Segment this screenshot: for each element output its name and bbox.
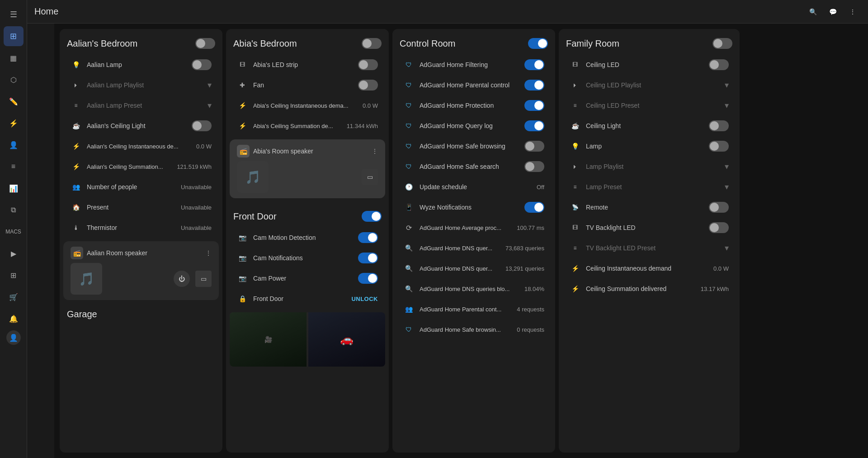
toggle-aalians-ceiling-light[interactable] xyxy=(192,120,212,131)
list-item[interactable]: 🎞 TV Backlight LED xyxy=(562,218,736,238)
list-item[interactable]: 📡 Remote xyxy=(562,197,736,217)
toggle-tv-backlight[interactable] xyxy=(709,222,729,233)
list-item[interactable]: 🏠 Present Unavailable xyxy=(63,197,219,217)
cast-button[interactable]: ▭ xyxy=(195,271,212,287)
sidebar-item-dashboard[interactable]: ⊞ xyxy=(4,26,24,46)
list-item[interactable]: 🛡 AdGuard Home Safe search xyxy=(396,157,552,177)
chevron-down-icon: ▾ xyxy=(725,182,729,192)
toggle-control-room[interactable] xyxy=(528,38,548,49)
list-item[interactable]: ⚡ Abia's Ceiling Summation de... 11.344 … xyxy=(230,116,385,136)
sidebar-item-chart[interactable]: 📊 xyxy=(4,178,24,198)
sidebar-item-bell[interactable]: 🔔 xyxy=(4,309,24,329)
sidebar-item-store[interactable]: 🛒 xyxy=(4,287,24,307)
list-item[interactable]: 🛡 AdGuard Home Query log xyxy=(396,116,552,136)
sidebar-item-avatar[interactable]: 👤 xyxy=(6,330,21,345)
toggle-adguard-safesearch[interactable] xyxy=(524,161,544,172)
list-item[interactable]: 🔍 AdGuard Home DNS queries blo... 18.04% xyxy=(396,279,552,299)
list-item[interactable]: 🔒 Front Door UNLOCK xyxy=(230,289,385,309)
device-name: Ceiling LED Playlist xyxy=(586,81,719,89)
list-item[interactable]: 🎞 Abia's LED strip xyxy=(230,55,385,75)
sidebar-item-list[interactable]: ≡ xyxy=(4,157,24,177)
sidebar-item-grid[interactable]: ⊞ xyxy=(4,265,24,285)
toggle-cam-power[interactable] xyxy=(358,273,378,284)
list-item[interactable]: 👥 Number of people Unavailable xyxy=(63,177,219,197)
shield-icon: 🛡 xyxy=(403,324,414,335)
list-item[interactable]: ☕ Ceiling Light xyxy=(562,116,736,136)
toggle-adguard-filtering[interactable] xyxy=(524,59,544,70)
speaker-body: 🎵 ⏻ ▭ xyxy=(71,263,212,295)
sidebar-item-edit[interactable]: ✏️ xyxy=(4,91,24,111)
list-item[interactable]: 📷 Cam Motion Detection xyxy=(230,228,385,248)
toggle-cam-motion[interactable] xyxy=(358,232,378,243)
list-item[interactable]: ⏵ Aalian Lamp Playlist ▾ xyxy=(63,75,219,95)
list-item[interactable]: 🔍 AdGuard Home DNS quer... 13,291 querie… xyxy=(396,258,552,278)
list-item[interactable]: ☕ Aalian's Ceiling Light xyxy=(63,116,219,136)
toggle-aalian-lamp[interactable] xyxy=(192,59,212,70)
toggle-family-room[interactable] xyxy=(712,38,732,49)
sidebar-item-play[interactable]: ▶ xyxy=(4,243,24,263)
toggle-front-door[interactable] xyxy=(362,211,382,222)
toggle-adguard-protection[interactable] xyxy=(524,100,544,111)
list-item[interactable]: ⚡ Ceiling Instantaneous demand 0.0 W xyxy=(562,258,736,278)
toggle-remote[interactable] xyxy=(709,202,729,213)
device-name: Thermistor xyxy=(87,224,175,231)
toggle-ceiling-light[interactable] xyxy=(709,120,729,131)
list-item[interactable]: ⚡ Aalian's Ceiling Instantaneous de... 0… xyxy=(63,136,219,156)
toggle-cam-notifications[interactable] xyxy=(358,253,378,263)
list-item[interactable]: 🎞 Ceiling LED xyxy=(562,55,736,75)
sidebar-item-person[interactable]: 👤 xyxy=(4,135,24,155)
list-item[interactable]: 👥 AdGuard Home Parental cont... 4 reques… xyxy=(396,299,552,319)
list-item[interactable]: 🛡 AdGuard Home Safe browsing xyxy=(396,136,552,156)
more-icon[interactable]: ⋮ xyxy=(844,4,861,20)
device-name: Ceiling Summation delivered xyxy=(586,285,695,292)
list-item[interactable]: ≡ Aalian Lamp Preset ▾ xyxy=(63,95,219,115)
list-item[interactable]: 🛡 AdGuard Home Filtering xyxy=(396,55,552,75)
more-options-icon[interactable]: ⋮ xyxy=(372,148,378,155)
sidebar-item-entity[interactable]: ⬡ xyxy=(4,70,24,90)
search-icon[interactable]: 🔍 xyxy=(805,4,821,20)
sidebar-item-widgets[interactable]: ▦ xyxy=(4,48,24,68)
list-item[interactable]: ≡ Lamp Preset ▾ xyxy=(562,177,736,197)
list-item[interactable]: ≡ TV Backlight LED Preset ▾ xyxy=(562,238,736,258)
speaker-controls: ⏻ ▭ xyxy=(174,271,212,287)
list-item[interactable]: 💡 Lamp xyxy=(562,136,736,156)
toggle-aalians-bedroom[interactable] xyxy=(195,38,215,49)
chat-icon[interactable]: 💬 xyxy=(825,4,841,20)
list-item[interactable]: ⟳ AdGuard Home Average proc... 100.77 ms xyxy=(396,218,552,238)
sidebar-item-lightning[interactable]: ⚡ xyxy=(4,113,24,133)
toggle-adguard-safebrowsing[interactable] xyxy=(524,141,544,152)
list-item[interactable]: ≡ Ceiling LED Preset ▾ xyxy=(562,95,736,115)
more-options-icon[interactable]: ⋮ xyxy=(205,249,212,257)
toggle-adguard-parental[interactable] xyxy=(524,80,544,91)
toggle-wyze-notifications[interactable] xyxy=(524,202,544,213)
list-item[interactable]: 📱 Wyze Notifications xyxy=(396,197,552,217)
list-item[interactable]: 🛡 AdGuard Home Protection xyxy=(396,95,552,115)
sidebar-item-layers[interactable]: ⧉ xyxy=(4,200,24,220)
toggle-fan[interactable] xyxy=(358,80,378,91)
list-item[interactable]: 🌡 Thermistor Unavailable xyxy=(63,218,219,238)
power-button[interactable]: ⏻ xyxy=(174,271,190,287)
toggle-adguard-querylog[interactable] xyxy=(524,120,544,131)
list-item[interactable]: 🛡 AdGuard Home Safe browsin... 0 request… xyxy=(396,320,552,339)
toggle-ceiling-led[interactable] xyxy=(709,59,729,70)
unlock-button[interactable]: UNLOCK xyxy=(351,296,378,302)
album-art-abia: 🎵 xyxy=(237,161,269,193)
toggle-abias-led[interactable] xyxy=(358,59,378,70)
list-item[interactable]: 💡 Aalian Lamp xyxy=(63,55,219,75)
list-item[interactable]: 📷 Cam Power xyxy=(230,268,385,288)
list-item[interactable]: 🕐 Update schedule Off xyxy=(396,177,552,197)
list-item[interactable]: ⚡ Ceiling Summation delivered 13.17 kWh xyxy=(562,279,736,299)
list-item[interactable]: 🔍 AdGuard Home DNS quer... 73,683 querie… xyxy=(396,238,552,258)
list-item[interactable]: 🛡 AdGuard Home Parental control xyxy=(396,75,552,95)
list-item[interactable]: 📷 Cam Notifications xyxy=(230,248,385,268)
sidebar-item-menu[interactable]: ☰ xyxy=(4,5,24,24)
cast-button[interactable]: ▭ xyxy=(362,169,378,185)
list-item[interactable]: ⚡ Aalian's Ceiling Summation... 121.519 … xyxy=(63,157,219,177)
list-item[interactable]: ⚡ Abia's Ceiling Instantaneous dema... 0… xyxy=(230,95,385,115)
toggle-lamp[interactable] xyxy=(709,141,729,152)
list-item[interactable]: ⏵ Lamp Playlist ▾ xyxy=(562,157,736,177)
toggle-abias-bedroom[interactable] xyxy=(362,38,382,49)
sidebar-item-macs[interactable]: MACS xyxy=(4,222,24,242)
list-item[interactable]: ⏵ Ceiling LED Playlist ▾ xyxy=(562,75,736,95)
list-item[interactable]: ✚ Fan xyxy=(230,75,385,95)
